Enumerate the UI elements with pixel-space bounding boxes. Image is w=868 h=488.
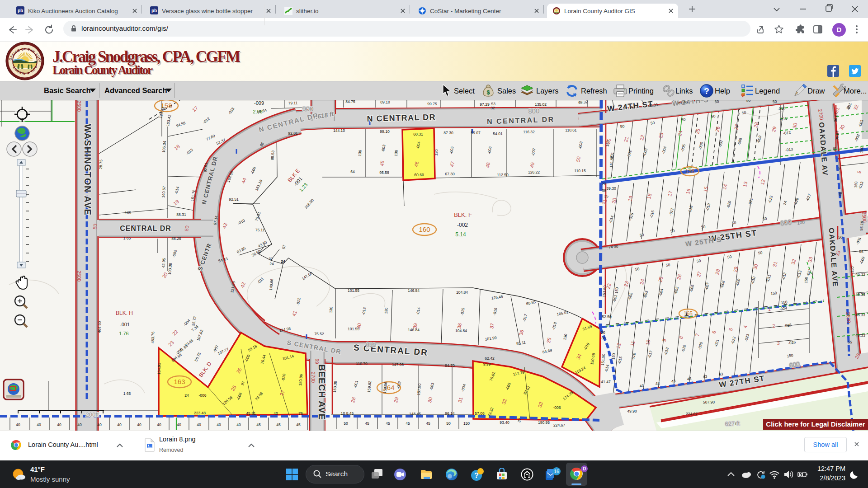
svg-text:40: 40 <box>57 422 61 427</box>
svg-text:150: 150 <box>787 353 794 358</box>
svg-text:130: 130 <box>383 307 388 314</box>
svg-text:97.29: 97.29 <box>480 102 490 107</box>
svg-text:50: 50 <box>92 223 98 230</box>
svg-text:50: 50 <box>727 254 732 259</box>
svg-text:42.95: 42.95 <box>161 258 166 267</box>
svg-text:1.76: 1.76 <box>119 331 128 336</box>
svg-text:130: 130 <box>328 306 333 313</box>
svg-text:20: 20 <box>602 182 606 186</box>
svg-text:46: 46 <box>838 192 843 197</box>
svg-text:52.50: 52.50 <box>602 314 612 319</box>
svg-text:50: 50 <box>670 229 675 234</box>
svg-text:50: 50 <box>711 114 716 119</box>
svg-text:49.90: 49.90 <box>627 409 637 413</box>
svg-text:66: 66 <box>314 358 320 364</box>
svg-text:36.67: 36.67 <box>833 112 839 122</box>
svg-text:39.30: 39.30 <box>606 186 616 191</box>
svg-text:50: 50 <box>665 263 670 267</box>
svg-text:75.52: 75.52 <box>314 332 324 336</box>
svg-text:-001: -001 <box>120 322 130 327</box>
svg-text:40: 40 <box>37 422 41 427</box>
svg-text:224 67: 224 67 <box>686 412 698 416</box>
svg-text:42: 42 <box>630 104 635 109</box>
svg-text:60.31: 60.31 <box>413 132 423 136</box>
svg-text:150: 150 <box>770 291 778 296</box>
svg-text:43: 43 <box>671 379 676 384</box>
svg-text:40: 40 <box>16 422 20 427</box>
svg-text:148.45: 148.45 <box>409 412 421 416</box>
svg-text:BLK. H: BLK. H <box>116 310 133 316</box>
svg-text:74 30: 74 30 <box>609 244 618 249</box>
svg-text:$: $ <box>486 89 490 96</box>
svg-text:40: 40 <box>274 411 278 416</box>
svg-text:75: 75 <box>846 105 850 109</box>
svg-text:110.70: 110.70 <box>356 361 368 366</box>
svg-text:144.10: 144.10 <box>333 128 345 133</box>
svg-text:40: 40 <box>217 422 221 427</box>
svg-text:45: 45 <box>379 160 385 166</box>
svg-text:50: 50 <box>701 225 706 230</box>
svg-text:135.02: 135.02 <box>535 102 547 107</box>
svg-text:46.33: 46.33 <box>855 292 865 297</box>
svg-text:96 14: 96 14 <box>445 411 455 416</box>
svg-text:9: 9 <box>839 166 841 170</box>
svg-text:79.11: 79.11 <box>288 100 297 105</box>
svg-text:463.76: 463.76 <box>151 331 156 343</box>
svg-text:16: 16 <box>554 469 559 474</box>
svg-text:55.07: 55.07 <box>471 131 481 135</box>
svg-text:100: 100 <box>797 220 805 225</box>
svg-text:43: 43 <box>718 371 723 376</box>
svg-text:40: 40 <box>137 422 142 427</box>
svg-text:50: 50 <box>650 121 655 126</box>
svg-text:45: 45 <box>832 146 837 151</box>
svg-text:126.22: 126.22 <box>528 170 540 174</box>
svg-text:48: 48 <box>485 162 491 168</box>
svg-text:45: 45 <box>276 422 281 427</box>
svg-text:600: 600 <box>780 218 792 227</box>
svg-text:464.60: 464.60 <box>97 321 102 333</box>
svg-text:104.84: 104.84 <box>456 290 468 295</box>
svg-text:99.10: 99.10 <box>380 129 390 134</box>
svg-text:40: 40 <box>117 422 122 427</box>
svg-text:150: 150 <box>853 181 858 188</box>
svg-text:130: 130 <box>393 150 398 156</box>
svg-text:627 ft: 627 ft <box>725 420 740 427</box>
svg-text:223.48: 223.48 <box>194 411 206 415</box>
svg-text:32: 32 <box>269 257 273 261</box>
svg-text:112.50: 112.50 <box>497 173 509 177</box>
svg-text:47: 47 <box>449 161 455 167</box>
svg-text:43: 43 <box>703 374 708 379</box>
svg-text:150: 150 <box>463 421 470 426</box>
svg-text:10 8.45: 10 8.45 <box>341 411 354 416</box>
svg-text:150: 150 <box>859 146 864 153</box>
svg-text:60.60: 60.60 <box>414 173 424 177</box>
svg-text:35: 35 <box>604 194 609 198</box>
svg-text:101.55: 101.55 <box>348 327 359 331</box>
svg-text:101.55: 101.55 <box>348 288 359 293</box>
svg-text:38: 38 <box>602 188 606 193</box>
svg-text:?: ? <box>704 86 709 96</box>
svg-text:32: 32 <box>491 106 495 110</box>
svg-text:37: 37 <box>489 323 495 329</box>
svg-text:200ft: 200ft <box>86 411 99 418</box>
svg-text:93.40: 93.40 <box>500 420 509 425</box>
svg-text:92.01: 92.01 <box>288 131 298 136</box>
svg-text:2500: 2500 <box>76 271 82 282</box>
svg-text:45.81: 45.81 <box>246 411 256 416</box>
svg-text:40: 40 <box>97 422 102 427</box>
svg-text:38: 38 <box>601 336 606 340</box>
svg-text:50: 50 <box>344 421 348 426</box>
svg-text:BLK. F: BLK. F <box>454 211 472 218</box>
svg-text:50: 50 <box>838 235 843 239</box>
svg-text:46.33: 46.33 <box>855 333 865 338</box>
svg-text:800: 800 <box>528 107 540 115</box>
svg-text:130: 130 <box>434 149 439 156</box>
svg-text:45: 45 <box>296 422 301 427</box>
svg-text:146.84: 146.84 <box>408 288 420 293</box>
svg-text:N CENTRAL DR: N CENTRAL DR <box>367 113 436 123</box>
svg-text:190.95: 190.95 <box>538 420 550 425</box>
svg-text:165: 165 <box>684 310 693 317</box>
svg-text:2500: 2500 <box>76 101 82 112</box>
svg-text:163: 163 <box>174 378 185 385</box>
svg-text:-002: -002 <box>457 222 468 228</box>
